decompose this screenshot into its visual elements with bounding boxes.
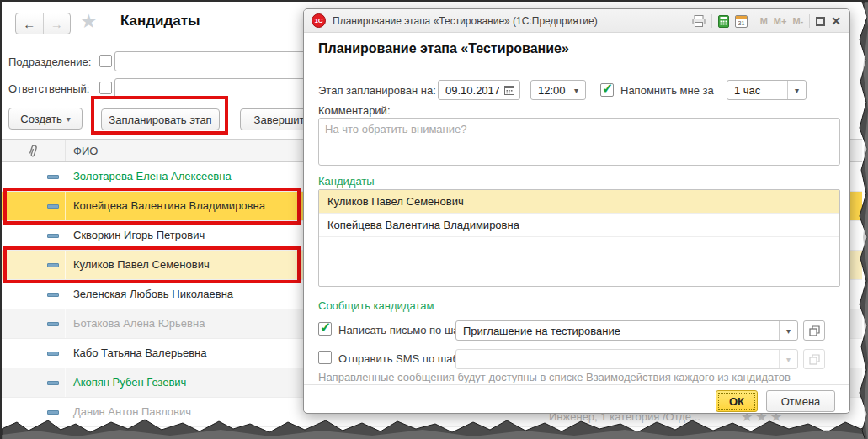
memory-m-minus-button[interactable]: М- bbox=[792, 16, 803, 26]
candidate-name: Зеленская Любовь Николаевна bbox=[73, 288, 233, 300]
date-field[interactable]: 09.10.2017 bbox=[438, 80, 520, 100]
calculator-icon[interactable] bbox=[718, 15, 729, 28]
maximize-button[interactable] bbox=[816, 17, 825, 26]
email-template-open-button[interactable] bbox=[803, 320, 825, 341]
ok-button[interactable]: ОК bbox=[716, 390, 758, 412]
candidate-state-icon bbox=[47, 263, 59, 267]
candidate-name: Кабо Татьяна Валерьевна bbox=[73, 346, 206, 359]
titlebar-separator bbox=[809, 14, 810, 28]
candidate-name: Золотарева Елена Алексеевна bbox=[73, 170, 232, 182]
create-button[interactable]: Создать ▾ bbox=[8, 108, 83, 130]
dashed-separator bbox=[318, 172, 840, 172]
filter-label-department: Подразделение: bbox=[8, 56, 91, 68]
candidates-section-label: Кандидаты bbox=[318, 175, 375, 188]
forward-arrow-icon: → bbox=[51, 17, 63, 31]
sms-template-dropdown-icon: ▾ bbox=[779, 350, 797, 368]
department-filter-input[interactable] bbox=[114, 51, 327, 71]
column-separator bbox=[65, 140, 66, 161]
row-column-separator bbox=[65, 221, 66, 250]
candidate-name: Скворкин Игорь Петрович bbox=[73, 229, 205, 241]
notify-note-text: Направленные сообщения будут доступны в … bbox=[318, 371, 791, 383]
candidate-state-icon bbox=[47, 234, 59, 238]
close-button[interactable]: ✕ bbox=[831, 14, 841, 28]
remind-checkbox[interactable]: ✓ bbox=[600, 83, 614, 97]
comment-label: Комментарий: bbox=[318, 104, 391, 117]
remind-label: Напомнить мне за bbox=[620, 84, 714, 97]
memory-m-plus-button[interactable]: М+ bbox=[774, 16, 787, 26]
back-arrow-icon: ← bbox=[23, 17, 35, 31]
date-picker-calendar-icon[interactable] bbox=[499, 81, 519, 99]
dialog-candidates-list: Куликов Павел Семенович Копейцева Валент… bbox=[318, 189, 840, 287]
sms-template-open-button bbox=[803, 349, 825, 369]
row-column-separator bbox=[65, 398, 66, 426]
titlebar-separator bbox=[711, 14, 712, 28]
cancel-button[interactable]: Отмена bbox=[766, 390, 835, 412]
candidate-state-icon bbox=[47, 352, 59, 356]
sms-template-combo[interactable]: ▾ bbox=[455, 349, 798, 369]
candidate-state-icon bbox=[47, 381, 59, 385]
checkmark-icon: ✓ bbox=[602, 81, 613, 97]
nav-history: ← → bbox=[15, 13, 71, 34]
dialog-window-title: Планирование этапа «Тестирование» (1С:Пр… bbox=[333, 15, 598, 27]
paperclip-icon bbox=[27, 144, 40, 159]
responsible-filter-input[interactable] bbox=[114, 78, 327, 98]
candidate-name: Ботакова Алена Юрьевна bbox=[73, 317, 205, 330]
responsible-filter-checkbox[interactable] bbox=[99, 82, 112, 94]
candidate-state-icon bbox=[47, 293, 59, 297]
forward-button[interactable]: → bbox=[44, 13, 71, 34]
row-column-separator bbox=[65, 368, 66, 397]
remind-interval-field[interactable]: 1 час ▾ bbox=[727, 80, 807, 100]
favorite-star-icon[interactable]: ★ bbox=[80, 10, 98, 33]
email-template-combo[interactable]: Приглашение на тестирование ▾ bbox=[455, 320, 798, 341]
notify-section-label: Сообщить кандидатам bbox=[318, 299, 434, 312]
sms-template-checkbox[interactable] bbox=[318, 351, 332, 364]
schedule-label: Этап запланирован на: bbox=[318, 84, 436, 97]
candidate-name: Данин Антон Павлович bbox=[73, 405, 191, 418]
remind-interval-value: 1 час bbox=[727, 84, 787, 97]
filter-label-responsible: Ответственный: bbox=[8, 82, 89, 95]
candidate-state-icon bbox=[47, 204, 59, 209]
comment-textarea[interactable] bbox=[318, 118, 840, 166]
checkmark-icon: ✓ bbox=[320, 320, 331, 336]
email-template-dropdown-icon[interactable]: ▾ bbox=[779, 321, 797, 340]
titlebar-separator bbox=[754, 14, 754, 28]
dialog-footer-separator bbox=[304, 384, 849, 385]
dialog-heading: Планирование этапа «Тестирование» bbox=[318, 41, 569, 56]
date-value: 09.10.2017 bbox=[439, 84, 499, 97]
svg-text:31: 31 bbox=[738, 20, 744, 26]
department-filter-checkbox[interactable] bbox=[99, 55, 112, 67]
list-item[interactable]: Копейцева Валентина Владимировна bbox=[319, 214, 839, 237]
row-column-separator bbox=[65, 162, 66, 191]
row-column-separator bbox=[65, 280, 66, 309]
candidate-name: Акопян Рубен Гезевич bbox=[73, 376, 186, 389]
time-dropdown-icon[interactable]: ▾ bbox=[567, 81, 585, 99]
row-column-separator bbox=[65, 251, 66, 279]
row-column-separator bbox=[65, 192, 66, 220]
email-template-checkbox[interactable]: ✓ bbox=[318, 322, 332, 336]
plan-stage-dialog: 1С Планирование этапа «Тестирование» (1С… bbox=[303, 8, 850, 414]
plan-stage-button-label: Запланировать этап bbox=[109, 114, 211, 126]
remind-dropdown-icon[interactable]: ▾ bbox=[787, 81, 806, 99]
back-button[interactable]: ← bbox=[16, 13, 44, 34]
print-icon[interactable] bbox=[692, 15, 706, 27]
time-value: 12:00 bbox=[531, 84, 567, 97]
calendar-icon[interactable]: 31 bbox=[735, 15, 748, 28]
list-item[interactable]: Куликов Павел Семенович bbox=[319, 190, 839, 214]
chevron-down-icon: ▾ bbox=[67, 114, 71, 124]
candidate-name: Копейцева Валентина Владимировна bbox=[73, 199, 265, 212]
candidate-state-icon bbox=[47, 175, 59, 179]
time-field[interactable]: 12:00 ▾ bbox=[530, 80, 586, 100]
candidate-name: Куликов Павел Семенович bbox=[73, 258, 210, 271]
memory-m-button[interactable]: М bbox=[760, 16, 768, 26]
screenshot-root: ← → ★ Кандидаты Подразделение: Ответстве… bbox=[0, 0, 868, 439]
create-button-label: Создать bbox=[20, 113, 61, 125]
page-title: Кандидаты bbox=[120, 13, 200, 29]
row-column-separator bbox=[65, 309, 66, 338]
plan-stage-button[interactable]: Запланировать этап bbox=[101, 108, 220, 130]
1c-logo-icon: 1С bbox=[312, 13, 326, 28]
dialog-titlebar[interactable]: 1С Планирование этапа «Тестирование» (1С… bbox=[304, 9, 849, 33]
row-column-separator bbox=[65, 339, 66, 368]
candidate-state-icon bbox=[47, 410, 59, 415]
email-template-value: Приглашение на тестирование bbox=[456, 325, 779, 337]
candidate-state-icon bbox=[47, 322, 59, 326]
